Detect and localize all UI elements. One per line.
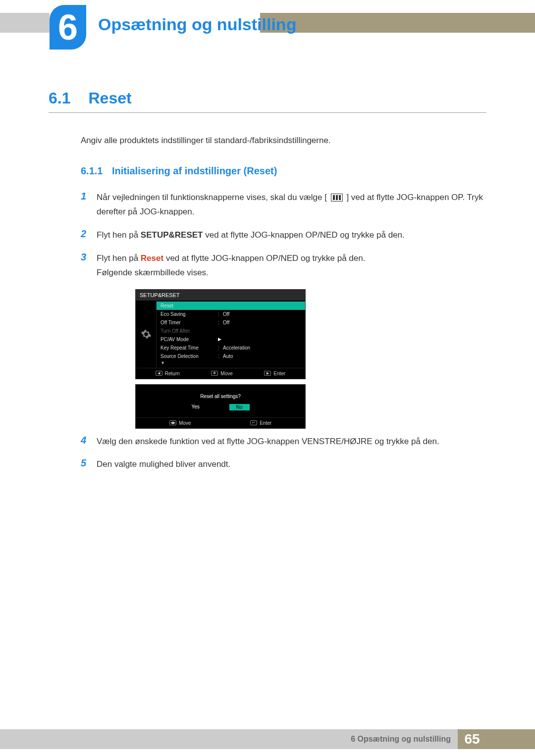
step-text-part: Når vejledningen til funktionsknapperne …	[97, 193, 327, 202]
step-text-part: Flyt hen på	[97, 230, 141, 240]
footer-bar: 6 Opsætning og nulstilling 65	[0, 729, 535, 749]
step-text: Vælg den ønskede funktion ved at flytte …	[97, 435, 439, 449]
footer-chapter-label: 6 Opsætning og nulstilling	[351, 735, 458, 744]
osd-label: Source Detection	[160, 353, 218, 359]
osd-row-source: Source Detection : Auto	[157, 352, 305, 360]
header-stripe-left	[0, 13, 50, 33]
osd-footer-return: ◀ Return	[156, 371, 180, 376]
step-number: 3	[81, 252, 97, 280]
osd-row-offtimer: Off Timer : Off	[157, 318, 305, 327]
enter-icon: ↵	[250, 420, 257, 425]
step-2: 2 Flyt hen på SETUP&RESET ved at flytte …	[81, 228, 486, 243]
footer-page-number: 65	[458, 729, 486, 749]
chapter-title: Opsætning og nulstilling	[98, 15, 296, 34]
section-title: Reset	[88, 89, 131, 107]
section-header: 6.1 Reset	[49, 89, 486, 113]
dialog-footer-move: ◀▶ Move	[169, 420, 191, 426]
dialog-question: Reset all settings?	[136, 385, 305, 404]
step-text-part: ved at flytte JOG-knappen OP/NED og tryk…	[166, 253, 366, 263]
osd-label: PC/AV Mode	[160, 337, 218, 342]
osd-title: SETUP&RESET	[136, 290, 305, 301]
dialog-footer-label: Move	[179, 420, 191, 426]
osd-footer-label: Return	[165, 371, 180, 376]
move-icon: ◀▶	[169, 420, 176, 425]
step-text: Flyt hen på Reset ved at flytte JOG-knap…	[97, 252, 365, 280]
step-number: 1	[81, 191, 97, 219]
osd-footer-move: ✥ Move	[211, 371, 232, 376]
osd-label: Reset	[160, 303, 218, 308]
osd-footer-label: Enter	[273, 371, 285, 376]
gear-icon	[141, 329, 152, 340]
section-number: 6.1	[49, 89, 70, 107]
step-text-part: ved at flytte JOG-knappen OP/NED og tryk…	[205, 230, 405, 240]
section-intro: Angiv alle produktets indstillinger til …	[81, 136, 486, 146]
osd-label: Turn Off After	[160, 328, 218, 334]
osd-row-keyrepeat: Key Repeat Time : Acceleration	[157, 344, 305, 352]
osd-value: Acceleration	[223, 345, 300, 351]
subsection-header: 6.1.1 Initialisering af indstillinger (R…	[81, 165, 486, 177]
osd-row-turnoff: Turn Off After	[157, 327, 305, 335]
chevron-down-icon: ▼	[157, 360, 305, 367]
move-icon: ✥	[211, 371, 218, 376]
osd-dialog: Reset all settings? Yes No ◀▶ Move ↵ Ent…	[135, 384, 306, 429]
dialog-no: No	[229, 404, 250, 410]
osd-menu: SETUP&RESET Reset Eco Saving :	[135, 289, 306, 379]
step-text-bold: Reset	[141, 253, 163, 263]
osd-footer-enter: ▶ Enter	[264, 371, 285, 376]
chevron-right-icon: ▶	[218, 337, 221, 342]
step-number: 5	[81, 457, 97, 472]
step-text: Når vejledningen til funktionsknapperne …	[97, 191, 486, 219]
step-text: Den valgte mulighed bliver anvendt.	[97, 457, 230, 472]
osd-label: Key Repeat Time	[160, 345, 218, 351]
osd-row-eco: Eco Saving : Off	[157, 310, 305, 318]
osd-value: Auto	[223, 353, 300, 359]
step-1: 1 Når vejledningen til funktionsknappern…	[81, 191, 486, 219]
step-text-part: Følgende skærmbillede vises.	[97, 268, 209, 277]
osd-screenshot: SETUP&RESET Reset Eco Saving :	[135, 289, 306, 429]
chapter-number-tab: 6	[50, 5, 86, 50]
osd-list: Reset Eco Saving : Off Off Timer : Off	[157, 301, 305, 368]
subsection-number: 6.1.1	[81, 165, 103, 176]
dialog-footer-enter: ↵ Enter	[250, 420, 271, 426]
osd-row-reset: Reset	[157, 302, 305, 310]
osd-footer-label: Move	[220, 371, 232, 376]
osd-footer: ◀ Return ✥ Move ▶ Enter	[136, 368, 305, 379]
dialog-options: Yes No	[136, 404, 305, 417]
osd-label: Off Timer	[160, 320, 218, 325]
steps-list: 1 Når vejledningen til funktionsknappern…	[81, 191, 486, 472]
osd-icon-column	[136, 301, 157, 368]
osd-value: Off	[223, 311, 300, 317]
step-3: 3 Flyt hen på Reset ved at flytte JOG-kn…	[81, 252, 486, 280]
osd-label: Eco Saving	[160, 311, 218, 317]
osd-row-pcav: PC/AV Mode ▶	[157, 335, 305, 344]
step-number: 2	[81, 228, 97, 243]
step-text-bold: SETUP&RESET	[141, 230, 203, 240]
step-4: 4 Vælg den ønskede funktion ved at flytt…	[81, 435, 486, 449]
step-text-part: Flyt hen på	[97, 253, 141, 263]
step-number: 4	[81, 435, 97, 449]
dialog-yes: Yes	[191, 404, 199, 410]
subsection-title: Initialisering af indstillinger (Reset)	[112, 165, 277, 176]
step-text: Flyt hen på SETUP&RESET ved at flytte JO…	[97, 228, 405, 243]
step-5: 5 Den valgte mulighed bliver anvendt.	[81, 457, 486, 472]
dialog-footer-label: Enter	[260, 420, 271, 426]
enter-icon: ▶	[264, 371, 271, 376]
osd-value: Off	[223, 320, 300, 325]
page-content: 6.1 Reset Angiv alle produktets indstill…	[49, 89, 486, 481]
return-icon: ◀	[156, 371, 162, 376]
dialog-footer: ◀▶ Move ↵ Enter	[136, 417, 305, 428]
menu-icon	[331, 191, 343, 205]
